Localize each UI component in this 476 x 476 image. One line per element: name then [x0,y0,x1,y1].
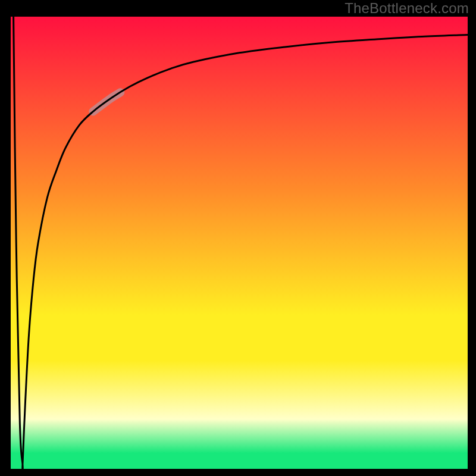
svg-rect-0 [11,17,468,469]
chart-frame: TheBottleneck.com [0,0,476,476]
plot-area [11,17,468,469]
bottleneck-chart [11,17,468,469]
watermark-text: TheBottleneck.com [345,0,469,17]
